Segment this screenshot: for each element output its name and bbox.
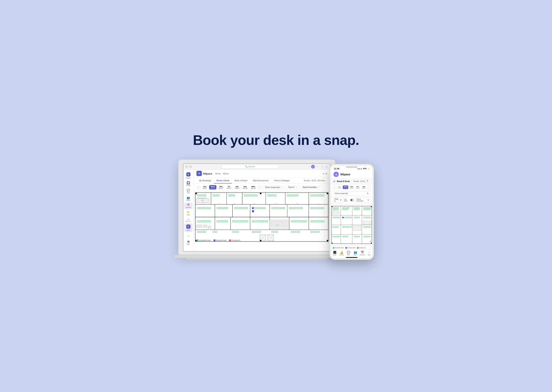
user-avatar[interactable]: E (311, 165, 315, 169)
teams-topbar: ‹ › 🔍 Search ··· E — □ ✕ (183, 164, 330, 170)
phone-nav-home[interactable]: ⬛ botIBI (331, 251, 338, 256)
prev-date-btn[interactable]: ‹ (333, 186, 336, 189)
home-icon: ⬛ (333, 251, 336, 254)
nav-about[interactable]: About (223, 172, 229, 175)
tab-book-a-desk[interactable]: Book a Desk (214, 178, 232, 183)
laptop-foot (186, 258, 328, 260)
back-btn[interactable]: ‹ (185, 165, 188, 168)
phone-floor-select[interactable]: Floor 6 ▼ (333, 197, 343, 203)
svg-rect-169 (203, 198, 205, 198)
nav-tabs: My Bookings Book a Desk Book a Room Self… (193, 178, 330, 183)
prev-date-btn[interactable]: ‹ (196, 185, 200, 189)
phone-date-tue[interactable]: Tue Today (337, 186, 342, 189)
phone-floor-plan: + (331, 204, 372, 246)
tab-my-bookings[interactable]: My Bookings (196, 178, 214, 183)
sidebar-item-apps[interactable]: ⊞ Apps (184, 239, 193, 246)
date-day-label: Thu (219, 186, 223, 188)
tab-book-a-room[interactable]: Book a Room (232, 178, 250, 183)
sidebar-item-more[interactable]: ··· (184, 233, 193, 238)
phone-status-icons: ▲▲▲ WiFi ⚡ (357, 168, 370, 170)
sidebar-item-teams[interactable]: 👥 Teams (184, 195, 193, 202)
teams-app: N NSpace 🔲 Activity 💬 Chat 👥 (183, 170, 330, 252)
phone-nav-activity[interactable]: 🔔 Activity (338, 251, 345, 256)
sidebar-item-files[interactable]: 📁 Files (184, 210, 193, 217)
date-sub-label: Dec 24 (235, 188, 239, 189)
close-btn[interactable]: ✕ (325, 166, 328, 168)
sidebar-item-nspace[interactable]: N Space (184, 223, 193, 232)
legend-checked-in: Checked In (229, 239, 240, 241)
phone-date-wed[interactable]: Wed Dec 21 (343, 185, 348, 189)
nav-home[interactable]: Home (215, 172, 221, 175)
phone-nav-home-label: botIBI (333, 254, 336, 256)
svg-rect-168 (201, 198, 203, 198)
svg-text:107: 107 (318, 203, 320, 204)
date-day-label: Sat (236, 186, 239, 188)
toggle-switch[interactable] (350, 199, 354, 201)
date-fri[interactable]: Fri Dec 23 (225, 185, 233, 189)
date-tue[interactable]: Tue Dec 20 (201, 185, 208, 189)
phone-date-fri[interactable]: Fri Dec 23 (355, 185, 361, 189)
date-mon[interactable]: Mon Dec 26 (250, 185, 257, 189)
sidebar-item-tasks[interactable]: ✓ Tasks by P... (184, 217, 193, 223)
sidebar-item-calendar[interactable]: 📅 Calendar (184, 203, 193, 209)
date-thu[interactable]: Thu Dec 22 (217, 185, 225, 189)
topbar-left: ‹ › (185, 165, 192, 168)
sidebar-item-activity[interactable]: N NSpace (184, 171, 193, 180)
phone-date-thu[interactable]: Thu Dec 22 (349, 185, 354, 189)
date-sat[interactable]: Sat Dec 24 (233, 185, 241, 189)
toolbar: ‹ Tue Dec 20 Wed Dec 21 (193, 183, 330, 191)
phone-bottom-nav: ⬛ botIBI 🔔 Activity 💬 Chat 👥 Teams (331, 249, 372, 256)
phone-notch (346, 166, 357, 168)
location-btn[interactable]: Toronto - 55 St... 📍 (351, 180, 370, 183)
svg-rect-166 (197, 198, 199, 198)
hamburger-icon[interactable]: ☰ (333, 180, 335, 183)
phone-nav-calendar[interactable]: 📅 Calendar (359, 251, 366, 256)
phone-nav-chat[interactable]: 💬 Chat (345, 251, 352, 256)
map-legend: Bookable Desk Booked Desk Checked In (196, 239, 240, 241)
phone-nav-teams[interactable]: 👥 Teams (352, 251, 359, 256)
forward-btn[interactable]: › (189, 165, 192, 168)
location-text: Toronto - 55 St. Clair Ave... (304, 180, 327, 182)
settings-icon[interactable]: ⚙ (326, 173, 327, 175)
date-wed[interactable]: Wed Dec 21 (209, 185, 216, 189)
svg-text:+: + (370, 240, 371, 243)
search-icon: 🔍 (245, 165, 248, 168)
phone-screen: 11:34 ▲▲▲ WiFi ⚡ N NSpace ☰ Book A Desk (331, 166, 372, 258)
date-day-label: Fri (228, 186, 230, 188)
minimize-btn[interactable]: — (316, 166, 320, 168)
sidebar-item-chat[interactable]: 💬 Chat (184, 188, 193, 195)
phone-nav-more[interactable]: ··· More (366, 251, 372, 256)
svg-rect-175 (203, 225, 207, 228)
date-sub: Dec 24 (362, 188, 366, 189)
svg-rect-302 (371, 243, 372, 244)
sidebar-label-calendar: Calendar (186, 207, 191, 208)
person-select[interactable]: Erica Leung (me) ▼ (263, 185, 285, 189)
svg-rect-245 (342, 217, 344, 218)
phone-nav-chat-label: Chat (347, 254, 350, 256)
next-date-btn[interactable]: › (258, 185, 261, 189)
sidebar-item-activity2[interactable]: 🔲 Activity (184, 180, 193, 187)
laptop-screen: ‹ › 🔍 Search ··· E — □ ✕ (183, 163, 331, 252)
phone-amenities-select[interactable]: Select Amenities ▼ (355, 197, 370, 203)
phone-person-row: Erica Leung (me) ▼ (331, 190, 372, 196)
legend-booked: Booked Desk (213, 239, 226, 241)
topbar-actions: ··· E — □ ✕ (308, 165, 328, 169)
phone-list-view-toggle[interactable]: List View (344, 198, 354, 202)
phone-person-select[interactable]: Erica Leung (me) ▼ (333, 191, 370, 195)
activity-icon: 🔲 (187, 181, 190, 184)
tab-find-colleague[interactable]: Find a Colleague (271, 178, 292, 183)
phone-date-sat[interactable]: Sat Dec 24 (361, 185, 367, 189)
search-bar[interactable]: 🔍 Search (221, 165, 279, 169)
next-date-btn[interactable]: › (367, 186, 371, 189)
maximize-btn[interactable]: □ (321, 166, 324, 168)
date-day-label: Mon (251, 186, 255, 188)
date-sun[interactable]: Sun Dec 25 (241, 185, 249, 189)
svg-rect-298 (363, 221, 371, 224)
floor-select[interactable]: Floor 6 ▼ (286, 185, 299, 189)
refresh-icon[interactable]: ↻ (323, 173, 324, 175)
amenities-select[interactable]: Select Amenities ▼ (301, 185, 322, 189)
phone-legend-checked-in: Checked In (357, 247, 366, 249)
tab-self-assessment[interactable]: Self-Assessment (250, 178, 271, 183)
bookable-dot (333, 247, 334, 249)
floor-select-label: Floor 6 (288, 186, 294, 188)
